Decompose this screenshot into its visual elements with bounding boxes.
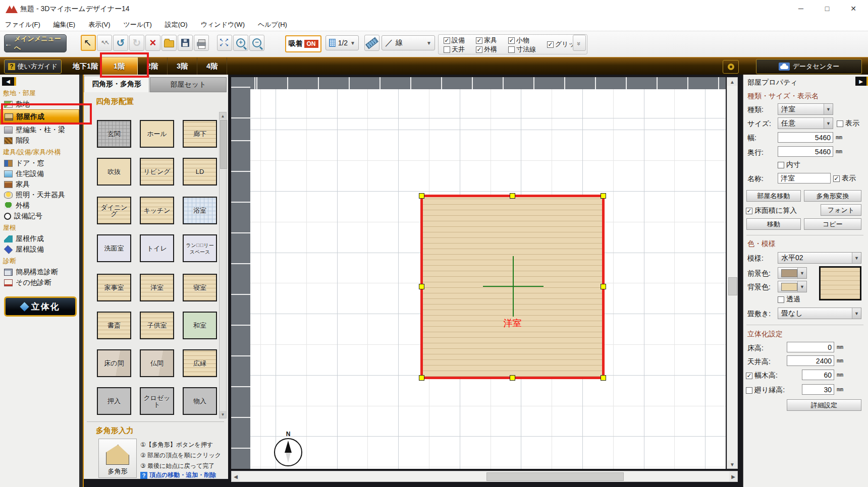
undo-button[interactable]: ↺ [113,35,128,51]
usage-guide-button[interactable]: ?使い方ガイド [4,59,62,74]
vertex-help-link[interactable]: ? 頂点の移動・追加・削除 [140,471,216,479]
canvas-vscrollbar[interactable]: ▲ ▼ [727,77,738,469]
toggle-小物[interactable]: ✓小物 [508,36,536,45]
room-button-子供室[interactable]: 子供室 [140,312,174,339]
menu-item[interactable]: 表示(V) [88,20,110,29]
room-button-LD[interactable]: LD [183,158,217,186]
menu-item[interactable]: ヘルプ(H) [258,20,287,29]
data-center-button[interactable]: データセンター [756,59,862,74]
plan-canvas[interactable]: 洋室 N ▲ ▼ ◀ ▶ [228,75,743,487]
sidebar-collapse-button[interactable]: ◀ [2,77,16,86]
polygon-button[interactable]: 多角形 [98,439,137,478]
toggle-設備[interactable]: ✓設備 [444,36,465,45]
room-button-家事室[interactable]: 家事室 [97,274,131,301]
inner-dim-checkbox[interactable]: 内寸 [778,160,800,169]
scroll-right-icon[interactable]: ▶ [729,471,737,481]
save-button[interactable] [178,35,193,51]
sidebar-item-簡易構造診断[interactable]: 簡易構造診断 [0,267,79,277]
scroll-up-icon[interactable]: ▲ [727,78,737,86]
baseboard-input[interactable]: 60 [802,370,834,380]
maximize-button[interactable]: □ [815,0,840,17]
handle-bottom-mid[interactable] [510,375,515,381]
scroll-down-icon[interactable]: ▼ [727,460,737,468]
main-menu-button[interactable]: ←メインメニューへ [4,34,67,52]
delete-button[interactable]: × [145,35,160,51]
sidebar-item-その他診断[interactable]: その他診断 [0,277,79,288]
line-type-dropdown[interactable]: ／ 線 ▼ [382,35,435,50]
width-input[interactable]: 5460 [778,132,833,143]
size-show-checkbox[interactable]: 表示 [837,119,859,128]
floor-tab-4階[interactable]: 4階 [197,57,227,75]
room-button-クロゼット[interactable]: クロゼット [140,387,174,415]
sidebar-item-ドア・窓[interactable]: ドア・窓 [0,158,79,168]
room-button-廊下[interactable]: 廊下 [183,120,217,148]
toggle-天井[interactable]: 天井 [444,45,465,54]
pattern-dropdown[interactable]: 水平02▼ [778,252,861,264]
sidebar-item-階段[interactable]: 階段 [0,135,79,146]
make-3d-button[interactable]: 立体化 [4,296,77,317]
sidebar-item-壁編集・柱・梁[interactable]: 壁編集・柱・梁 [0,125,79,135]
room-button-床の間[interactable]: 床の間 [97,349,131,377]
multi-select-tool-button[interactable]: ↖↖ [97,35,112,51]
kind-dropdown[interactable]: 洋室▼ [778,103,833,115]
scroll-down-icon[interactable]: ▼ [220,411,226,418]
room-button-ダイニング[interactable]: ダイニング [97,197,131,224]
room-button-吹抜[interactable]: 吹抜 [97,158,131,186]
snap-toggle-button[interactable]: 吸着 ON [285,35,321,52]
copy-button[interactable]: コピー [804,218,861,230]
open-button[interactable] [161,35,177,51]
name-show-checkbox[interactable]: ✓表示 [833,174,856,183]
redo-button[interactable]: ↻ [129,35,144,51]
selected-room[interactable]: 洋室 [420,195,605,379]
room-button-押入[interactable]: 押入 [97,387,131,415]
tab-room-set[interactable]: 部屋セット [150,77,227,92]
sidebar-item-住宅設備[interactable]: 住宅設備 [0,168,79,179]
room-button-キッチン[interactable]: キッチン [140,197,174,224]
floor-tab-地下1階[interactable]: 地下1階 [71,57,100,75]
tatami-dropdown[interactable]: 畳なし▼ [778,308,861,319]
menu-item[interactable]: 設定(O) [165,20,188,29]
depth-input[interactable]: 5460 [778,146,833,157]
hscrollbar-thumb[interactable] [486,472,624,481]
scroll-left-icon[interactable]: ◀ [232,471,240,481]
room-button-寝室[interactable]: 寝室 [183,274,217,301]
room-button-広縁[interactable]: 広縁 [183,349,217,377]
size-dropdown[interactable]: 任意▼ [778,117,833,129]
handle-bottom-left[interactable] [419,375,424,381]
room-button-ラントﾞリースペース[interactable]: ラントﾞリー スペース [183,234,217,262]
zoom-out-button[interactable]: − [249,35,264,51]
vscrollbar-thumb[interactable] [728,277,737,295]
font-button[interactable]: フォント [821,204,861,216]
sidebar-item-照明・天井器具[interactable]: 照明・天井器具 [0,190,79,200]
measure-tool-button[interactable] [364,35,379,51]
sidebar-item-家具[interactable]: 家具 [0,179,79,190]
name-input[interactable]: 洋室 [778,173,831,184]
room-button-書斎[interactable]: 書斎 [97,312,131,339]
handle-top-right[interactable] [601,193,606,199]
polygon-convert-button[interactable]: 多角形変換 [804,190,861,202]
handle-bottom-right[interactable] [601,375,606,381]
handle-right-mid[interactable] [601,284,606,289]
sidebar-item-外構[interactable]: 外構 [0,200,79,211]
room-button-物入[interactable]: 物入 [183,387,217,415]
tab-rect-polygon[interactable]: 四角形・多角形 [84,76,149,92]
handle-top-mid[interactable] [510,193,515,199]
room-button-浴室[interactable]: 浴室 [183,197,217,224]
move-room-name-button[interactable]: 部屋名移動 [746,190,801,202]
menu-item[interactable]: 編集(E) [53,20,75,29]
ceiling-height-input[interactable]: 2400 [787,355,834,366]
zoom-in-button[interactable]: + [233,35,248,51]
room-button-仏間[interactable]: 仏間 [140,349,174,377]
room-button-リビング[interactable]: リビング [140,158,174,186]
toggle-寸法線[interactable]: 寸法線 [508,45,536,54]
more-tools-button[interactable]: » [573,35,586,51]
crown-molding-checkbox[interactable]: 廻り縁高: [746,386,785,395]
sidebar-item-屋根作成[interactable]: 屋根作成 [0,233,79,244]
crown-molding-input[interactable]: 30 [802,384,834,395]
sidebar-item-設備記号[interactable]: 設備記号 [0,211,79,221]
transparent-checkbox[interactable]: 透過 [778,295,800,304]
fg-color-dropdown[interactable]: ▼ [778,267,807,279]
menu-item[interactable]: ファイル(F) [5,20,40,29]
canvas-grid[interactable]: 洋室 N [250,89,726,469]
floor-area-checkbox[interactable]: ✓床面積に算入 [746,206,797,215]
